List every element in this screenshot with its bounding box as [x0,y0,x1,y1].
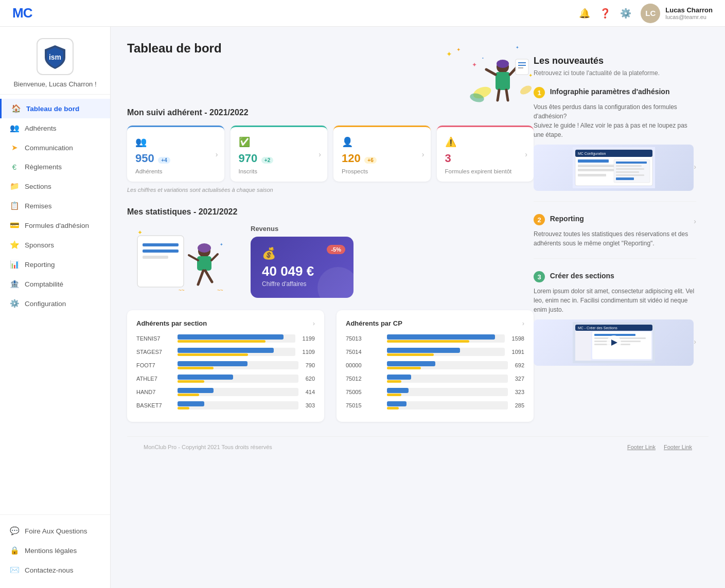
main-content: Tableau de bord ✦ ✦ ✦ [111,27,725,588]
bar-label: STAGES7 [136,349,173,355]
help-icon[interactable]: ❓ [599,8,611,19]
news-3-num: 3 [534,271,545,282]
users-icon: 👥 [9,123,20,133]
svg-rect-27 [197,256,211,271]
svg-rect-11 [516,59,528,75]
folder-icon: 📁 [9,182,20,191]
stat-card-inscrits[interactable]: ✅ 970 +2 Inscrits › [231,126,328,182]
svg-rect-41 [578,165,619,167]
svg-text:✦: ✦ [472,61,477,68]
sidebar-label-formules: Formules d'adhésion [25,222,89,229]
news-3-arrow[interactable]: › [694,337,696,346]
bar-track [387,348,505,356]
settings-icon[interactable]: ⚙️ [620,8,631,19]
logo[interactable]: MC [12,5,32,21]
sidebar-item-sponsors[interactable]: ⭐ Sponsors [0,235,110,255]
notification-icon[interactable]: 🔔 [579,8,590,19]
svg-line-30 [189,255,198,260]
footer-link-1[interactable]: Footer Link [627,444,656,450]
adherents-arrow[interactable]: › [216,150,218,158]
bar-value: 323 [515,389,524,395]
sidebar-item-adherents[interactable]: 👥 Adhérents [0,118,110,138]
formules-arrow[interactable]: › [525,150,527,158]
svg-text:✦: ✦ [516,45,519,50]
sidebar-welcome: Bienvenue, Lucas Charron ! [13,80,96,88]
inscrits-value: 970 +2 [239,152,320,165]
svg-rect-22 [143,243,179,246]
chart-section-title: Adhérents par section [136,319,207,327]
stat-cards-row: 👥 950 +4 Adhérents › ✅ 970 [127,126,534,182]
bar-label: 75014 [346,349,383,355]
bar-row: 750141091 [346,348,524,356]
sidebar-item-reglements[interactable]: € Règlements [0,157,110,176]
bar-track [387,388,508,396]
chart-cp-arrow[interactable]: › [522,319,524,327]
revenue-badge: -5% [327,245,345,254]
stat-card-formules[interactable]: ⚠️ 3 Formules expirent bientôt › [437,126,534,182]
bar-fill-blue [178,401,204,406]
adherents-label: Adhérents [135,168,216,174]
sidebar-item-reporting[interactable]: 📊 Reporting [0,255,110,274]
bar-label: 75005 [346,389,383,395]
bar-label: 00000 [346,362,383,368]
bar-value: 790 [306,362,315,368]
sidebar-item-communication[interactable]: ➤ Communication [0,138,110,157]
sidebar-item-remises[interactable]: 📋 Remises [0,196,110,216]
news-3-image: MC - Créer des Sections [534,319,694,366]
sidebar-item-sections[interactable]: 📁 Sections [0,176,110,196]
svg-rect-45 [616,162,647,164]
statistiques-title: Mes statistiques - 2021/2022 [127,207,534,217]
bar-fill-blue [178,334,284,340]
bar-track [387,375,508,383]
bar-value: 303 [306,402,315,408]
bar-row: 00000692 [346,361,524,369]
statistiques-section: Mes statistiques - 2021/2022 [127,207,534,422]
sidebar-label-mentions: Mentions légales [25,547,77,555]
news-2-arrow[interactable]: › [694,217,696,225]
sidebar-item-tableau-de-bord[interactable]: 🏠 Tableau de bord [0,99,110,118]
bar-value: 620 [306,376,315,382]
prospects-badge: +6 [364,157,376,164]
chart-adherents-section: Adhérents par section › TENNIS71199STAGE… [127,310,324,422]
bars-section: TENNIS71199STAGES71109FOOT7790ATHLE7620H… [136,334,315,409]
remises-icon: 📋 [9,201,20,210]
sidebar: ism Bienvenue, Lucas Charron ! 🏠 Tableau… [0,27,111,588]
bar-fill-yellow [178,367,214,369]
sidebar-item-comptabilite[interactable]: 🏦 Comptabilité [0,274,110,294]
sidebar-item-formules[interactable]: 💳 Formules d'adhésion [0,216,110,235]
svg-line-29 [205,271,212,282]
svg-rect-42 [578,169,614,171]
prospects-arrow[interactable]: › [422,150,425,158]
stat-card-adherents[interactable]: 👥 950 +4 Adhérents › [127,126,224,182]
sidebar-label-comptabilite: Comptabilité [25,280,63,288]
svg-rect-48 [616,171,639,173]
chart-section-arrow[interactable]: › [313,319,315,327]
sidebar-item-configuration[interactable]: ⚙️ Configuration [0,294,110,313]
sidebar-item-contact[interactable]: ✉️ Contactez-nous [0,560,110,580]
svg-line-10 [506,90,508,100]
sidebar-item-faq[interactable]: 💬 Foire Aux Questions [0,521,110,541]
bar-track [387,361,508,369]
bar-track [387,401,508,409]
news-3-svg: MC - Créer des Sections [573,322,655,363]
news-3-title: Créer des sections [550,272,614,280]
bar-fill-yellow [387,340,469,343]
inscrits-arrow[interactable]: › [319,150,321,158]
communication-icon: ➤ [9,143,20,152]
svg-text:✦: ✦ [446,50,452,58]
svg-text:~~: ~~ [179,288,185,293]
svg-point-5 [497,60,509,68]
stat-card-prospects[interactable]: 👤 120 +6 Prospects › [333,126,431,182]
svg-rect-47 [616,168,644,170]
user-menu[interactable]: LC Lucas Charron lucas@teamr.eu [641,4,713,23]
bar-row: 75015285 [346,401,524,409]
revenue-card: 💰 40 049 € Chiffre d'affaires -5% [251,237,353,298]
running-svg: ~~ ~~ ✦ ✦ [127,225,230,297]
sidebar-item-mentions[interactable]: 🔒 Mentions légales [0,541,110,560]
footer-link-2[interactable]: Footer Link [664,444,692,450]
news-1-arrow[interactable]: › [694,163,696,171]
user-info: Lucas Charron lucas@teamr.eu [665,6,713,20]
bar-fill-blue [178,348,274,353]
nouveautes-title: Les nouveautés [534,56,696,66]
svg-text:✦: ✦ [456,47,461,52]
